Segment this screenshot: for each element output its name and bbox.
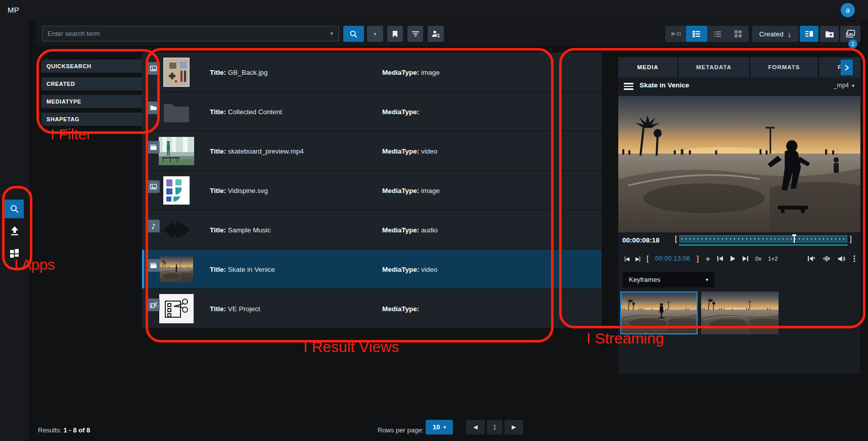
chevron-down-icon: ▾ [443,424,446,430]
chevron-down-icon: ▾ [852,83,854,88]
arrow-down-icon: ↓ [788,30,792,38]
audio-channels[interactable]: 1+2 [768,256,778,262]
asset-title: Skate in Venice [639,81,689,89]
search-history-caret-icon[interactable]: ▾ [325,30,339,37]
search-input[interactable] [42,30,325,37]
volume-icon[interactable] [838,256,846,262]
tabs-scroll-right-button[interactable] [841,60,853,75]
buffer-progress-line [679,244,848,246]
saved-search-button[interactable] [387,26,403,42]
result-row[interactable]: ♪ Title: Sample Music MediaType: audio [142,210,602,249]
keyframes-select[interactable]: Keyframes ▾ [623,272,714,287]
mark-out-bracket: ] [697,255,699,263]
detail-list-view-button[interactable] [686,26,707,42]
scrubber-bar[interactable] [679,235,847,242]
transport-right-controls [807,252,855,266]
panel-tabs: MEDIA METADATA FORMATS F [618,57,860,77]
list-view-button[interactable] [707,26,728,42]
sort-label: Created [759,30,784,38]
playback-speed[interactable]: 0x [755,256,761,262]
tab-formats[interactable]: FORMATS [750,57,818,77]
filter-quicksearch[interactable]: QUICKSEARCH▾ [41,60,153,73]
filter-label: SHAPETAG [47,116,79,122]
title-label: Title: [210,186,226,194]
title-label: Title: [210,305,226,312]
project-icon [147,299,160,311]
filter-panel: QUICKSEARCH▾ CREATED▾ MEDIATYPE▾ SHAPETA… [41,60,153,130]
result-row[interactable]: Title: Collected Content MediaType: [142,92,602,131]
top-bar: MP a [0,0,868,20]
app-upload-button[interactable] [5,221,24,240]
media-portal-app: MP a ▾ ▾ [0,0,868,441]
storyboard-view-button[interactable] [665,26,686,42]
keyframe-thumbnail-selected[interactable] [620,291,698,334]
panel-toggle-button[interactable] [800,26,818,42]
mediatype-label: MediaType: [382,186,419,194]
asset-menu-icon[interactable] [624,83,633,90]
keyframe-thumbnail[interactable] [701,291,779,334]
timeline-scrubber[interactable]: [ ] [675,234,852,246]
search-options-button[interactable]: ▾ [367,26,383,42]
chevron-down-icon: ▾ [374,31,377,37]
chevron-left-icon: ◀ [473,424,477,430]
storyboard-view-icon [671,30,681,37]
result-row[interactable]: Title: Vidispine.svg MediaType: image [142,171,602,210]
title-value: GB_Back.jpg [228,68,268,76]
more-options-icon[interactable] [853,255,855,262]
page-number-button[interactable]: 1 [487,420,502,434]
mediatype-label: MediaType: [382,108,419,115]
grid-view-button[interactable] [728,26,749,42]
tab-metadata[interactable]: METADATA [678,57,749,77]
add-to-collection-button[interactable] [820,26,839,42]
tab-files-truncated[interactable]: F [819,57,860,77]
format-value: _mp4 [834,82,849,89]
filter-button[interactable] [407,26,423,42]
previous-frame-icon[interactable] [717,256,723,262]
search-button[interactable] [343,26,364,42]
jump-to-in-icon[interactable]: [◀ [624,256,629,262]
audio-icon: ♪ [147,220,160,232]
result-row[interactable]: Title: Skate in Venice MediaType: video [142,250,602,288]
person-search-icon [431,30,440,38]
mediatype-label: MediaType: [382,265,419,273]
play-icon[interactable] [730,256,736,262]
mediatype-value: video [421,147,437,155]
next-frame-icon[interactable] [742,256,749,262]
result-row[interactable]: Title: VE Project MediaType: [142,289,602,328]
playhead[interactable] [794,234,795,243]
jump-to-out-icon[interactable]: ▶] [635,256,640,262]
app-search-button[interactable] [5,200,24,218]
video-frame[interactable] [618,96,860,232]
result-row[interactable]: Title: skateboard_preview.mp4 MediaType:… [142,131,602,170]
media-bin-count-badge: 2 [848,39,857,48]
video-icon [147,259,160,272]
prev-page-button[interactable]: ◀ [466,420,485,434]
result-view-toggle-group [665,26,749,42]
results-count: Results: 1 - 8 of 8 [38,426,90,434]
tab-media[interactable]: MEDIA [618,57,677,77]
title-value: VE Project [228,305,260,312]
filter-created[interactable]: CREATED▾ [41,77,153,90]
app-logo[interactable]: MP [8,6,19,14]
filter-shapetag[interactable]: SHAPETAG▾ [41,113,153,126]
filter-mediatype[interactable]: MEDIATYPE▾ [41,95,153,108]
title-label: Title: [210,147,226,155]
out-timecode[interactable]: 00:00:13:06 [655,255,690,262]
mediatype-label: MediaType: [382,147,419,155]
next-page-button[interactable]: ▶ [505,420,523,434]
folder-icon [147,102,160,114]
add-marker-icon[interactable]: + [705,255,710,263]
rows-per-page-select[interactable]: 10 ▾ [426,420,453,434]
audio-waveform-icon[interactable] [823,256,830,262]
app-dashboard-button[interactable] [5,244,24,263]
format-select[interactable]: _mp4▾ [834,82,854,89]
mediatype-label: MediaType: [382,68,419,76]
result-row[interactable]: Title: GB_Back.jpg MediaType: image [142,53,602,91]
user-search-button[interactable] [428,26,444,42]
filter-label: QUICKSEARCH [47,63,92,69]
user-avatar[interactable]: a [841,3,855,17]
clear-marks-icon[interactable] [807,256,815,262]
image-icon [147,180,160,193]
mediatype-label: MediaType: [382,226,419,233]
sort-by-button[interactable]: Created ↓ [752,26,798,42]
